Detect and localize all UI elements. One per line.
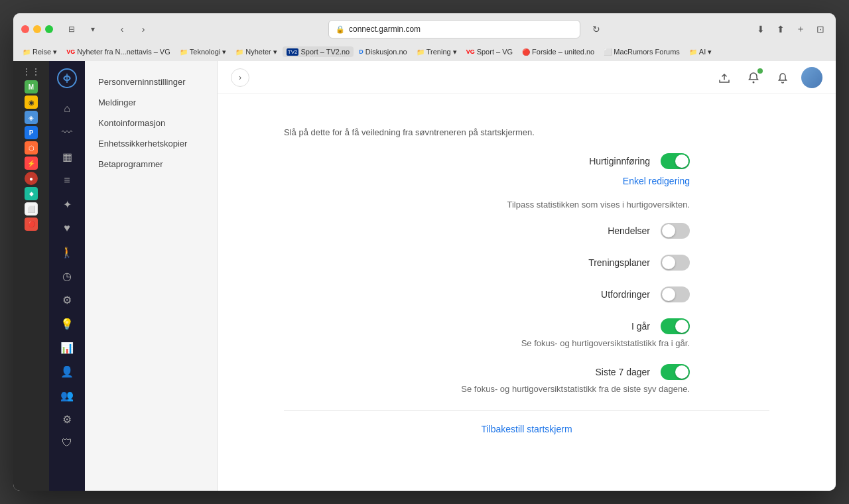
app-red2-icon[interactable]: ● — [25, 172, 38, 185]
close-button[interactable] — [21, 25, 29, 33]
upload-icon[interactable] — [714, 67, 735, 88]
sidebar-gear-icon[interactable]: ⚙ — [56, 289, 78, 310]
forward-button[interactable]: › — [134, 22, 153, 36]
treningsplaner-toggle[interactable] — [661, 255, 690, 271]
sidebar-badges-icon[interactable]: 🛡 — [56, 432, 78, 454]
user-avatar[interactable] — [801, 67, 822, 88]
tilpass-text: Tilpass statistikken som vises i hurtigo… — [284, 200, 769, 210]
united-icon: 🔴 — [522, 48, 530, 56]
sidebar-social-icon[interactable]: 👤 — [56, 361, 78, 382]
settings-content: Slå på dette for å få veiledning fra søv… — [244, 114, 809, 448]
igar-description: Se fokus- og hurtigoversiktstatistikk fr… — [284, 338, 769, 348]
app-red3-icon[interactable]: 🔴 — [25, 218, 38, 231]
igar-label: I går — [631, 321, 650, 332]
app-blue2-icon[interactable]: P — [25, 126, 38, 139]
sidebar-community-icon[interactable]: 👥 — [56, 385, 78, 406]
new-tab-icon[interactable]: ＋ — [793, 22, 808, 36]
app-maps-icon[interactable]: M — [25, 80, 38, 94]
lock-icon: 🔒 — [336, 25, 345, 34]
igar-toggle[interactable] — [661, 318, 690, 334]
vg-icon: VG — [66, 48, 75, 55]
utfordringer-toggle[interactable] — [661, 286, 690, 302]
sidebar-steps-icon[interactable]: 🚶 — [56, 241, 78, 263]
notification-icon[interactable] — [743, 67, 764, 88]
bookmark-trening[interactable]: 📁 Trening▾ — [413, 46, 461, 58]
folder-icon: 📁 — [689, 48, 697, 56]
sidebar-timer-icon[interactable]: ◷ — [56, 265, 78, 286]
hurtiginnforing-label: Hurtiginnføring — [589, 156, 650, 166]
bookmark-ai[interactable]: 📁 AI▾ — [685, 46, 716, 58]
folder-icon: 📁 — [180, 48, 188, 56]
bookmark-reise[interactable]: 📁 Reise▾ — [19, 46, 61, 58]
nav-meldinger[interactable]: Meldinger — [85, 92, 217, 113]
garmin-top-header: › — [218, 61, 836, 94]
app-grid-icon[interactable]: ⋮⋮ — [25, 65, 38, 78]
main-content-area: › — [218, 61, 836, 491]
bookmark-nyheter[interactable]: 📁 Nyheter▾ — [231, 46, 281, 58]
url-text: connect.garmin.com — [349, 25, 421, 34]
hurtiginnforing-toggle[interactable] — [661, 153, 690, 169]
sidebar-insights-icon[interactable]: 💡 — [56, 313, 78, 334]
siste7-description: Se fokus- og hurtigoversiktstatistikk fr… — [284, 384, 769, 394]
split-view-icon[interactable]: ⊡ — [813, 22, 828, 36]
window-mode-btn[interactable]: ▾ — [84, 22, 102, 36]
app-teal-icon[interactable]: ◆ — [25, 187, 38, 200]
utfordringer-label: Utfordringer — [601, 289, 650, 300]
bookmark-sport-tv2[interactable]: TV2 Sport – TV2.no — [283, 46, 354, 57]
bookmark-vg-nyheter[interactable]: VG Nyheter fra N...nettavis – VG — [62, 46, 174, 57]
nav-betaprogrammer[interactable]: Betaprogrammer — [85, 154, 217, 174]
divider — [284, 410, 769, 410]
svg-point-2 — [753, 81, 755, 83]
sidebar-reports-icon[interactable]: ≡ — [56, 170, 78, 191]
nav-enhetssikkerhetskopier[interactable]: Enhetssikkerhetskopier — [85, 133, 217, 154]
app-orange-icon[interactable]: ⬡ — [25, 141, 38, 155]
bell-icon[interactable] — [772, 67, 793, 88]
app-lightning-icon[interactable]: ⚡ — [25, 157, 38, 170]
garmin-logo[interactable] — [55, 66, 79, 90]
minimize-button[interactable] — [33, 25, 41, 33]
nav-kontoinformasjon[interactable]: Kontoinformasjon — [85, 113, 217, 133]
folder-icon: 📁 — [235, 48, 243, 56]
nav-personvern[interactable]: Personverninnstillinger — [85, 72, 217, 92]
download-icon[interactable]: ⬇ — [753, 22, 768, 36]
sidebar-settings-icon[interactable]: ⚙ — [56, 409, 78, 430]
notification-badge — [757, 68, 763, 74]
reset-link[interactable]: Tilbakestill startskjerm — [284, 424, 769, 434]
maximize-button[interactable] — [45, 25, 53, 33]
bookmark-sport-vg[interactable]: VG Sport – VG — [462, 46, 517, 57]
bookmark-united[interactable]: 🔴 Forside – united.no — [518, 46, 598, 57]
bookmarks-bar: 📁 Reise▾ VG Nyheter fra N...nettavis – V… — [13, 42, 836, 61]
diskusjon-icon: D — [359, 48, 363, 55]
vg-icon: VG — [466, 48, 475, 55]
sidebar-toggle-button[interactable]: › — [231, 68, 249, 87]
folder-icon: 📁 — [23, 48, 31, 56]
bookmark-diskusjon[interactable]: D Diskusjon.no — [355, 46, 411, 57]
reload-button[interactable]: ↻ — [592, 24, 600, 34]
app-white-icon[interactable]: ⬜ — [25, 202, 38, 216]
folder-icon: 📁 — [417, 48, 424, 56]
tv2-icon: TV2 — [287, 48, 299, 56]
bookmark-macrumors[interactable]: ⬜ MacRumors Forums — [600, 46, 684, 57]
hendelser-toggle[interactable] — [661, 223, 690, 239]
back-button[interactable]: ‹ — [113, 22, 131, 36]
siste7-toggle[interactable] — [661, 364, 690, 380]
sidebar-stats-icon[interactable]: 📊 — [56, 337, 78, 358]
sidebar-health-icon[interactable]: ♥ — [56, 218, 78, 239]
sidebar-activity-icon[interactable]: 〰 — [56, 122, 78, 143]
app-maps2-icon[interactable]: ◉ — [25, 95, 38, 109]
siste7-label: Siste 7 dager — [596, 367, 651, 377]
hendelser-label: Hendelser — [608, 225, 650, 236]
sidebar-training-icon[interactable]: ✦ — [56, 194, 78, 215]
enkel-redigering-link[interactable]: Enkel redigering — [284, 176, 690, 186]
macrumors-icon: ⬜ — [604, 48, 612, 56]
sidebar-calendar-icon[interactable]: ▦ — [56, 146, 78, 167]
address-bar[interactable]: 🔒 connect.garmin.com — [328, 20, 580, 38]
bookmark-teknologi[interactable]: 📁 Teknologi▾ — [176, 46, 230, 58]
settings-nav-panel: Personverninnstillinger Meldinger Kontoi… — [85, 61, 218, 491]
sidebar-home-icon[interactable]: ⌂ — [56, 98, 78, 119]
header-description: Slå på dette for å få veiledning fra søv… — [284, 127, 769, 137]
app-blue1-icon[interactable]: ◈ — [25, 111, 38, 124]
sidebar-toggle-btn[interactable]: ⊟ — [62, 22, 81, 36]
share-icon[interactable]: ⬆ — [773, 22, 788, 36]
treningsplaner-label: Treningsplaner — [588, 257, 650, 268]
